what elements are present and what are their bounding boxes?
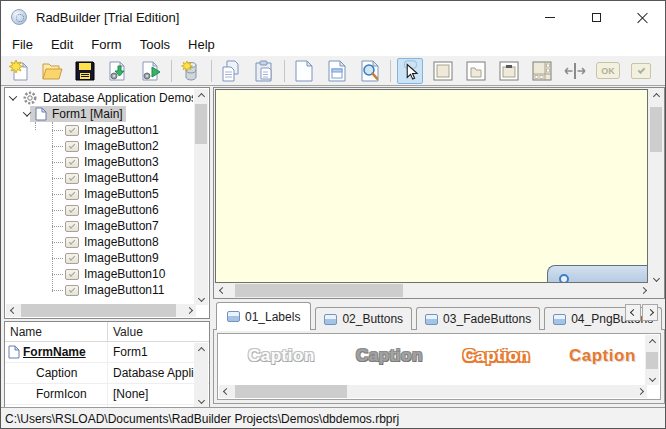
designer-vertical-scrollbar[interactable] [649,89,663,285]
scroll-right-icon[interactable] [182,304,196,317]
property-row[interactable]: FormIcon [None] [5,384,209,405]
tree-item-imagebutton[interactable]: ImageButton5 [5,186,193,202]
layout-grid-icon [530,59,554,83]
scrollbar-thumb[interactable] [195,104,207,144]
copy-button[interactable] [218,58,244,84]
tree-item-imagebutton[interactable]: ImageButton7 [5,218,193,234]
form-window-button[interactable] [324,58,350,84]
new-form-button[interactable] [291,58,317,84]
tree-item-imagebutton[interactable]: ImageButton3 [5,154,193,170]
gallery-horizontal-scrollbar[interactable] [219,385,647,398]
caption-sample[interactable]: Caption [356,346,423,366]
scroll-down-icon[interactable] [649,271,663,285]
panel-container-button[interactable] [463,58,489,84]
column-header-name[interactable]: Name [5,322,108,341]
scroll-left-icon[interactable] [215,284,229,297]
caption-sample[interactable]: Caption [463,346,530,366]
maximize-button[interactable] [573,1,619,33]
tree-horizontal-scrollbar[interactable] [6,304,196,317]
arrow-left-icon [629,309,636,316]
new-database-button[interactable] [178,58,204,84]
scroll-down-icon[interactable] [194,393,208,407]
ok-button-control-button[interactable]: OK [595,58,621,84]
chevron-down-icon[interactable] [9,92,17,100]
scroll-up-icon[interactable] [649,89,663,103]
tree-vertical-scrollbar[interactable] [194,89,208,305]
tree-item-imagebutton[interactable]: ImageButton11 [5,282,193,298]
minimize-button[interactable] [527,1,573,33]
property-vertical-scrollbar[interactable] [194,343,208,407]
demo-tab[interactable]: 02_Buttons [315,307,412,330]
property-row[interactable]: Caption Database Applica [5,363,209,384]
window-title: RadBuilder [Trial Edition] [36,10,179,25]
label-control-button[interactable]: A [661,58,665,84]
build-export-button[interactable] [105,58,131,84]
preview-button[interactable] [357,58,383,84]
splitter-tool-button[interactable] [562,58,588,84]
tree-item-imagebutton[interactable]: ImageButton1 [5,122,193,138]
tree-item-imagebutton[interactable]: ImageButton6 [5,202,193,218]
scrollbar-thumb[interactable] [235,284,403,297]
new-project-button[interactable] [6,58,32,84]
menu-item[interactable]: Help [179,35,224,54]
checkbox-control-button[interactable] [628,58,654,84]
save-project-button[interactable] [72,58,98,84]
paste-button[interactable] [251,58,277,84]
scrollbar-thumb[interactable] [650,107,662,152]
tree-form-node[interactable]: Form1 [Main] [5,106,193,122]
menu-item[interactable]: Form [82,35,130,54]
property-value[interactable]: [None] [108,387,194,401]
designer-horizontal-scrollbar[interactable] [215,284,650,297]
open-project-button[interactable] [39,58,65,84]
tree-item-imagebutton[interactable]: ImageButton2 [5,138,193,154]
demo-tab[interactable]: 03_FadeButtons [416,307,540,330]
layout-grid-button[interactable] [529,58,555,84]
copy-icon [219,59,243,83]
property-value[interactable]: Form1 [108,345,194,359]
gallery-content: Caption Caption Caption Caption [217,333,661,400]
scroll-up-icon[interactable] [194,89,208,103]
property-row[interactable]: FormName Form1 [5,342,209,363]
build-run-button[interactable] [138,58,164,84]
panel-tool-button[interactable] [430,58,456,84]
demo-tab[interactable]: 01_Labels [216,302,311,330]
tree-item-label: ImageButton6 [84,203,159,217]
minimize-icon [545,17,555,18]
new-project-icon [7,59,31,83]
tree-item-imagebutton[interactable]: ImageButton4 [5,170,193,186]
tree-item-imagebutton[interactable]: ImageButton9 [5,250,193,266]
scroll-down-icon[interactable] [645,371,659,385]
tab-scroll-right-button[interactable] [642,304,658,321]
build-export-icon [106,59,130,83]
close-button[interactable] [619,1,665,33]
scroll-left-icon[interactable] [219,385,233,398]
scroll-up-icon[interactable] [645,335,659,349]
form-page-icon [8,345,20,359]
tree-item-imagebutton[interactable]: ImageButton10 [5,266,193,282]
caption-sample[interactable]: Caption [248,346,315,366]
scroll-right-icon[interactable] [633,385,647,398]
scroll-down-icon[interactable] [194,291,208,305]
select-cursor-button[interactable] [397,58,423,84]
column-header-value[interactable]: Value [108,325,143,339]
tree-root-node[interactable]: Database Application Demos [F [5,90,193,106]
menu-item[interactable]: Edit [42,35,82,54]
property-rows: FormName Form1 Caption Database Applica [5,342,209,408]
scroll-left-icon[interactable] [6,304,20,317]
scrollbar-thumb[interactable] [646,352,658,369]
menu-item[interactable]: Tools [131,35,179,54]
scrollbar-thumb[interactable] [21,304,176,317]
property-value[interactable]: Database Applica [108,366,194,380]
caption-sample[interactable]: Caption [569,346,636,366]
panel-titled-button[interactable] [496,58,522,84]
scrollbar-thumb[interactable] [235,385,347,398]
tab-scroll-left-button[interactable] [625,304,641,321]
paste-icon [252,59,276,83]
tree-item-imagebutton[interactable]: ImageButton8 [5,234,193,250]
form-canvas[interactable] [215,89,648,283]
menu-item[interactable]: File [3,35,42,54]
gallery-vertical-scrollbar[interactable] [645,335,659,385]
scroll-right-icon[interactable] [636,284,650,297]
partial-blue-panel[interactable] [547,265,647,282]
scroll-up-icon[interactable] [194,343,208,357]
